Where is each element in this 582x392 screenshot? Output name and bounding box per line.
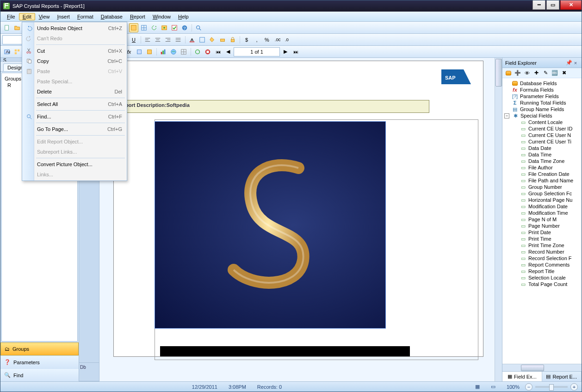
special-field-item[interactable]: ▭Selection Locale — [503, 274, 581, 281]
delete-icon[interactable]: ✖ — [560, 69, 568, 77]
currency-button[interactable]: $ — [242, 35, 251, 44]
special-field-item[interactable]: ▭Group Number — [503, 184, 581, 190]
menu-item-convert-picture-object[interactable]: Convert Picture Object... — [23, 159, 126, 169]
pin-icon[interactable]: 📌 — [566, 60, 572, 66]
percent-button[interactable]: % — [262, 35, 272, 44]
align-right-button[interactable] — [163, 35, 173, 44]
text-object-button[interactable]: Aa — [2, 47, 12, 56]
last-page-button[interactable]: ⏭ — [291, 47, 300, 56]
toggle-grid-button[interactable] — [129, 23, 138, 32]
special-field-item[interactable]: ▭Current CE User Ti — [503, 138, 581, 145]
special-field-item[interactable]: ▭Page Number — [503, 223, 581, 229]
special-field-item[interactable]: ▭File Author — [503, 164, 581, 171]
field-category-running-total-fields[interactable]: ΣRunning Total Fields — [503, 100, 581, 106]
edit-icon[interactable]: ✎ — [541, 69, 550, 77]
menu-item-copy[interactable]: CopyCtrl+C — [23, 56, 126, 66]
align-left-button[interactable] — [143, 35, 152, 44]
field-category-database-fields[interactable]: Database Fields — [503, 80, 581, 87]
menu-file[interactable]: File — [3, 13, 19, 20]
refresh-button[interactable] — [149, 23, 159, 32]
page-canvas[interactable]: SAP Report Description:Softpedia — [99, 58, 495, 381]
highlighting-expert-button[interactable] — [145, 47, 154, 56]
special-field-item[interactable]: ▭Print Time Zone — [503, 242, 581, 249]
section-label[interactable]: Db — [79, 363, 99, 381]
browse-field-icon[interactable]: 👁 — [523, 69, 531, 77]
menu-item-delete[interactable]: DeleteDel — [23, 87, 126, 97]
menu-insert[interactable]: Insert — [53, 13, 74, 20]
special-field-item[interactable]: ▭Modification Time — [503, 210, 581, 216]
page-counter-input[interactable] — [234, 47, 280, 56]
new-button[interactable] — [2, 23, 12, 32]
insert-map-button[interactable] — [169, 47, 178, 56]
increase-decimals-button[interactable]: .00 — [272, 35, 282, 44]
special-fields-node[interactable]: −✱Special Fields — [503, 112, 581, 119]
menu-database[interactable]: Database — [97, 13, 126, 20]
first-page-button[interactable]: ⏮ — [213, 47, 223, 56]
special-field-item[interactable]: ▭Report Title — [503, 268, 581, 274]
special-field-item[interactable]: ▭Total Page Count — [503, 281, 581, 287]
zoom-in-button[interactable]: + — [570, 383, 578, 391]
fill-color-button[interactable] — [208, 35, 217, 44]
special-field-item[interactable]: ▭Group Selection Fc — [503, 190, 581, 197]
zoom-out-button[interactable]: − — [525, 383, 532, 391]
field-tree[interactable]: Database FieldsfxFormula Fields[?]Parame… — [502, 78, 582, 364]
special-field-item[interactable]: ▭Data Time Zone — [503, 158, 581, 164]
field-category-formula-fields[interactable]: fxFormula Fields — [503, 87, 581, 93]
menu-item-cut[interactable]: CutCtrl+X — [23, 46, 126, 56]
nav-groups[interactable]: 🗂Groups — [0, 342, 79, 355]
special-field-item[interactable]: ▭Print Time — [503, 236, 581, 242]
minimize-button[interactable]: ━ — [532, 0, 545, 10]
panel-tab-field-ex[interactable]: ▦Field Ex... — [502, 372, 542, 381]
panel-tab-report-e[interactable]: ▤Report E... — [542, 372, 582, 381]
next-page-button[interactable]: ▶ — [281, 47, 290, 56]
field-category-group-name-fields[interactable]: ▤Group Name Fields — [503, 106, 581, 112]
close-button[interactable]: ✕ — [560, 0, 582, 10]
vertical-scrollbar[interactable] — [495, 58, 502, 381]
prev-page-button[interactable]: ◀ — [223, 47, 233, 56]
help-button[interactable]: ? — [180, 23, 189, 32]
special-field-item[interactable]: ▭Horizontal Page Nu — [503, 197, 581, 203]
menu-item-undo-resize-object[interactable]: Undo Resize ObjectCtrl+Z — [23, 23, 126, 33]
insert-field-icon[interactable]: ➕ — [514, 69, 522, 77]
special-field-item[interactable]: ▭Data Time — [503, 151, 581, 158]
db-icon[interactable] — [504, 69, 513, 77]
special-field-item[interactable]: ▭File Creation Date — [503, 171, 581, 177]
special-field-item[interactable]: ▭Current CE User N — [503, 132, 581, 138]
refresh-data-button[interactable] — [193, 47, 202, 56]
highlight-button[interactable] — [218, 35, 227, 44]
page-icon[interactable]: ▭ — [485, 384, 501, 390]
picture-object[interactable] — [155, 121, 386, 329]
menu-window[interactable]: Window — [149, 13, 174, 20]
align-justify-button[interactable] — [173, 35, 183, 44]
insert-crosstab-button[interactable] — [179, 47, 188, 56]
decrease-decimals-button[interactable]: .0 — [283, 35, 292, 44]
menu-item-go-to-page[interactable]: Go To Page...Ctrl+G — [23, 124, 126, 134]
special-field-item[interactable]: ▭Report Comments — [503, 261, 581, 268]
special-field-item[interactable]: ▭Modification Date — [503, 203, 581, 210]
close-panel-icon[interactable]: × — [572, 60, 579, 66]
horizontal-scrollbar[interactable] — [502, 364, 582, 371]
special-field-item[interactable]: ▭File Path and Name — [503, 177, 581, 184]
nav-parameters[interactable]: ❓Parameters — [0, 355, 79, 368]
open-button[interactable] — [12, 23, 22, 32]
menu-format[interactable]: Format — [74, 13, 97, 20]
group-button[interactable] — [12, 47, 22, 56]
menu-report[interactable]: Report — [126, 13, 149, 20]
font-color-button[interactable]: A — [187, 35, 197, 44]
lock-format-button[interactable] — [228, 35, 237, 44]
rename-icon[interactable]: 🔤 — [551, 69, 559, 77]
zoom-slider[interactable] — [535, 386, 568, 388]
special-field-item[interactable]: ▭Current CE User ID — [503, 125, 581, 132]
select-expert-button[interactable] — [135, 47, 144, 56]
layout-icon[interactable]: ▦ — [470, 384, 485, 390]
collapse-icon[interactable]: − — [504, 113, 509, 118]
menu-item-find[interactable]: Find...Ctrl+F — [23, 112, 126, 122]
menu-edit[interactable]: Edit — [19, 13, 35, 20]
special-field-item[interactable]: ▭Record Selection F — [503, 255, 581, 261]
menu-help[interactable]: Help — [174, 13, 192, 20]
field-category-parameter-fields[interactable]: [?]Parameter Fields — [503, 93, 581, 100]
underline-button[interactable]: U — [129, 35, 138, 44]
check-button[interactable] — [170, 23, 179, 32]
special-field-item[interactable]: ▭Record Number — [503, 249, 581, 255]
find-button[interactable] — [194, 23, 203, 32]
